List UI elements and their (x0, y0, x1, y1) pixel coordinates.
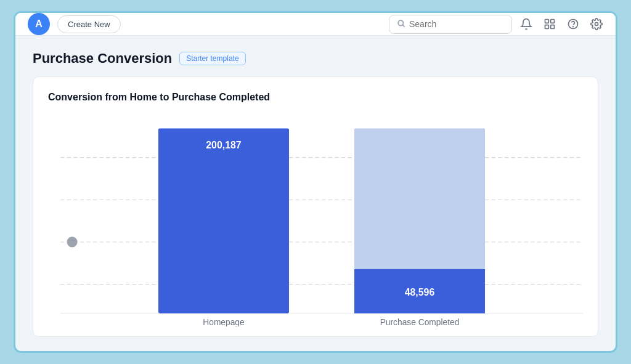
svg-rect-2 (545, 20, 549, 23)
svg-point-8 (595, 23, 598, 26)
svg-rect-4 (545, 25, 549, 29)
help-icon[interactable] (566, 17, 580, 31)
chart-card: Conversion from Home to Purchase Complet… (33, 76, 598, 337)
starter-template-badge: Starter template (179, 52, 245, 65)
purchase-bar-value: 48,596 (405, 287, 435, 297)
logo-icon: A (28, 13, 50, 35)
chart-title: Conversion from Home to Purchase Complet… (48, 92, 583, 103)
notification-icon[interactable] (519, 17, 533, 31)
svg-rect-3 (551, 20, 555, 23)
page-title: Purchase Conversion (33, 51, 172, 67)
svg-point-7 (573, 26, 574, 27)
homepage-xlabel: Homepage (203, 317, 245, 326)
app-frame: A Create New (14, 11, 617, 353)
chart-svg: 200,187 48,596 Homepage Purchase Complet… (60, 115, 583, 326)
search-input[interactable] (409, 19, 495, 29)
purchase-bar-light (354, 128, 485, 269)
header: A Create New (15, 13, 616, 36)
svg-point-0 (398, 20, 403, 25)
search-box[interactable] (389, 15, 512, 34)
purchase-xlabel: Purchase Completed (380, 317, 460, 326)
homepage-bar (158, 128, 289, 313)
settings-icon[interactable] (590, 17, 603, 31)
create-new-button[interactable]: Create New (57, 15, 121, 33)
svg-rect-5 (551, 25, 555, 29)
search-icon (397, 19, 405, 30)
main-content: Purchase Conversion Starter template Con… (15, 36, 616, 352)
header-icons (519, 17, 603, 31)
homepage-bar-value: 200,187 (206, 140, 242, 150)
grid-icon[interactable] (543, 17, 556, 31)
page-header: Purchase Conversion Starter template (33, 51, 598, 67)
axis-dot (67, 237, 78, 247)
svg-line-1 (402, 25, 404, 26)
